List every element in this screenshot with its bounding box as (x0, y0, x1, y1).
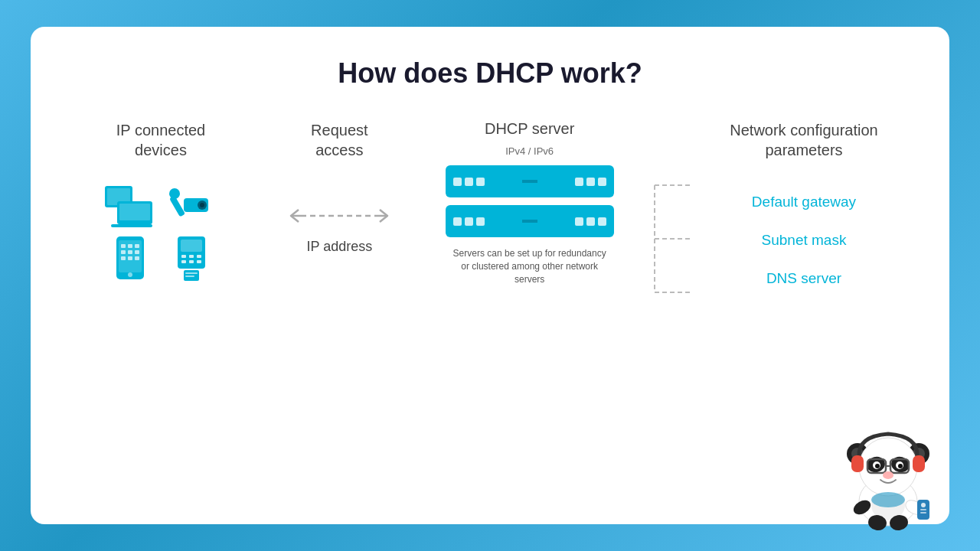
request-column: Request access IP address (270, 120, 408, 255)
server-connector-1 (522, 180, 537, 183)
server-connector-2 (522, 220, 537, 223)
arrow-area: IP address (289, 202, 389, 255)
svg-rect-25 (189, 255, 194, 258)
svg-point-54 (883, 471, 893, 479)
content-area: IP connected devices (77, 120, 903, 501)
svg-point-49 (875, 464, 880, 468)
right-section: Network configuration parameters Default… (651, 120, 903, 318)
tablet-icon (103, 183, 157, 227)
camera-icon (165, 183, 218, 227)
devices-column: IP connected devices (77, 120, 245, 281)
terminal-icon (165, 235, 218, 281)
svg-rect-15 (121, 250, 126, 254)
svg-rect-24 (181, 255, 186, 258)
svg-rect-19 (128, 256, 132, 260)
svg-rect-23 (181, 240, 202, 252)
svg-point-60 (921, 503, 926, 507)
svg-rect-61 (920, 509, 926, 510)
svg-rect-14 (135, 244, 139, 248)
server-dots-left-2 (453, 217, 485, 226)
svg-point-9 (169, 188, 180, 199)
params-label: Network configuration parameters (704, 120, 903, 160)
panda-mascot (835, 417, 942, 532)
svg-rect-62 (920, 512, 926, 514)
server-row-1 (446, 165, 614, 197)
svg-rect-32 (185, 276, 194, 277)
server-column: DHCP server IPv4 / IPv6 (434, 120, 626, 285)
svg-rect-13 (128, 244, 132, 248)
server-row-2 (446, 205, 614, 237)
svg-rect-17 (135, 250, 139, 254)
svg-rect-26 (197, 255, 201, 258)
svg-rect-20 (135, 256, 139, 260)
svg-rect-4 (111, 224, 152, 227)
param-default-gateway: Default gateway (704, 183, 903, 221)
svg-rect-29 (197, 260, 201, 263)
svg-rect-31 (185, 272, 198, 274)
svg-rect-16 (128, 250, 132, 254)
server-caption: Servers can be set up for redundancy or … (449, 247, 610, 285)
ipv-label: IPv4 / IPv6 (505, 145, 554, 157)
svg-rect-56 (913, 455, 925, 472)
svg-rect-28 (189, 260, 194, 263)
server-dots-left-1 (453, 178, 485, 186)
param-dns-server: DNS server (704, 259, 903, 298)
main-card: How does DHCP work? IP connected devices (31, 27, 949, 524)
page-title: How does DHCP work? (77, 57, 903, 90)
phone-icon (103, 235, 157, 281)
server-dots-right-1 (575, 178, 606, 186)
server-label: DHCP server (485, 120, 574, 138)
svg-point-7 (200, 203, 204, 207)
svg-rect-27 (181, 260, 186, 263)
bracket-visual (651, 162, 704, 318)
ip-address-label: IP address (306, 239, 372, 255)
request-label: Request access (311, 120, 368, 160)
svg-rect-55 (851, 455, 864, 472)
server-visual (446, 161, 614, 241)
device-icons-grid (103, 183, 218, 281)
param-subnet-mask: Subnet mask (704, 221, 903, 259)
svg-point-65 (871, 492, 905, 507)
svg-rect-12 (121, 244, 126, 248)
devices-label: IP connected devices (116, 120, 205, 160)
svg-point-50 (898, 464, 903, 468)
svg-rect-18 (121, 256, 126, 260)
svg-rect-3 (119, 204, 150, 220)
svg-rect-8 (169, 195, 185, 217)
svg-point-21 (128, 272, 132, 277)
server-dots-right-2 (575, 217, 606, 226)
params-column: Network configuration parameters Default… (704, 120, 903, 298)
